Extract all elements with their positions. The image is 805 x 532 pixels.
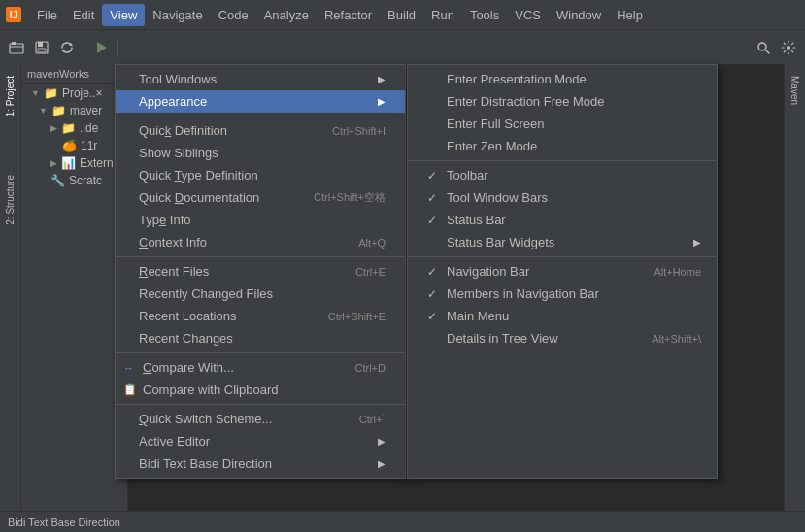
view-item-appearance[interactable]: Appearance ▶	[116, 90, 405, 113]
svg-rect-2	[10, 44, 23, 53]
appearance-check-toolbar: ✓	[427, 169, 443, 183]
appearance-item-status-bar[interactable]: ✓ Status Bar	[408, 209, 717, 231]
tree-file-icon-1: 🍊	[62, 139, 77, 152]
appearance-item-presentation[interactable]: Enter Presentation Mode	[408, 68, 717, 90]
appearance-label-status-bar-widgets: Status Bar Widgets	[447, 235, 688, 249]
appearance-item-toolwindow-bars[interactable]: ✓ Tool Window Bars	[408, 186, 717, 209]
menu-help[interactable]: Help	[609, 4, 651, 26]
view-item-active-editor-label: Active Editor	[139, 434, 372, 449]
toolbar-save[interactable]	[31, 37, 52, 58]
main-area: 1: Project 2: Structure mavenWorks ▼ 📁 P…	[0, 64, 805, 532]
view-item-recent-changes[interactable]: Recent Changes	[116, 327, 405, 349]
appearance-label-toolbar: Toolbar	[447, 168, 701, 183]
menu-file[interactable]: File	[29, 4, 65, 26]
tree-item-ide[interactable]: ▶ 📁 .ide	[21, 119, 127, 137]
view-item-recent-files-shortcut: Ctrl+E	[355, 266, 386, 278]
menu-tools[interactable]: Tools	[462, 4, 507, 26]
view-item-recently-changed-label: Recently Changed Files	[139, 286, 386, 301]
view-item-quick-doc[interactable]: Quick Documentation Ctrl+Shift+空格	[116, 186, 405, 209]
view-item-type-info[interactable]: Type Info	[116, 209, 405, 231]
appearance-item-distraction[interactable]: Enter Distraction Free Mode	[408, 90, 717, 113]
appearance-label-status-bar: Status Bar	[447, 213, 701, 227]
tree-item-project[interactable]: ▼ 📁 Proje..×	[21, 84, 127, 102]
view-item-quick-def-label: Quick Definition	[139, 123, 313, 138]
toolbar-sync[interactable]	[56, 37, 78, 58]
appearance-item-toolbar[interactable]: ✓ Toolbar	[408, 164, 717, 186]
appearance-item-status-bar-widgets[interactable]: Status Bar Widgets ▶	[408, 231, 717, 253]
toolbar-separator-2	[117, 39, 118, 56]
svg-rect-3	[12, 42, 16, 45]
view-item-tool-windows-label: Tool Windows	[139, 72, 372, 86]
toolbar-search[interactable]	[753, 37, 774, 58]
view-item-tool-windows[interactable]: Tool Windows ▶	[116, 68, 405, 90]
view-item-active-editor[interactable]: Active Editor ▶	[116, 430, 405, 452]
svg-point-12	[787, 46, 790, 50]
view-item-compare-clipboard-label: Compare with Clipboard	[143, 382, 386, 397]
view-item-quick-def[interactable]: Quick Definition Ctrl+Shift+I	[116, 119, 405, 142]
sidebar-tab-project[interactable]: 1: Project	[3, 68, 17, 124]
view-item-bidi-text-label: Bidi Text Base Direction	[139, 456, 372, 471]
appearance-item-main-menu[interactable]: ✓ Main Menu	[408, 305, 717, 327]
appearance-label-nav-bar: Navigation Bar	[447, 264, 634, 279]
tree-folder-icon-1: 📁	[44, 86, 58, 100]
view-sep-2	[116, 256, 405, 257]
tree-item-maven[interactable]: ▼ 📁 maver	[21, 102, 127, 119]
tree-arrow-3: ▶	[50, 123, 57, 133]
svg-text:IJ: IJ	[10, 10, 17, 20]
menu-vcs[interactable]: VCS	[507, 4, 549, 26]
view-item-recent-files[interactable]: Recent Files Ctrl+E	[116, 260, 405, 283]
view-item-context-info[interactable]: Context Info Alt+Q	[116, 231, 405, 253]
view-item-bidi-text[interactable]: Bidi Text Base Direction ▶	[116, 452, 405, 475]
view-item-bidi-text-arrow: ▶	[378, 458, 386, 469]
appearance-label-distraction: Enter Distraction Free Mode	[447, 94, 701, 109]
view-item-compare-with[interactable]: ↔ Compare With... Ctrl+D	[116, 356, 405, 379]
appearance-label-presentation: Enter Presentation Mode	[447, 72, 701, 86]
appearance-item-fullscreen[interactable]: Enter Full Screen	[408, 113, 717, 135]
menu-refactor[interactable]: Refactor	[317, 4, 380, 26]
view-item-recent-locations[interactable]: Recent Locations Ctrl+Shift+E	[116, 305, 405, 327]
view-item-quick-type[interactable]: Quick Type Definition	[116, 164, 405, 186]
menu-window[interactable]: Window	[549, 4, 609, 26]
tree-item-extern[interactable]: ▶ 📊 Extern	[21, 154, 127, 172]
appearance-item-zen[interactable]: Enter Zen Mode	[408, 135, 717, 157]
toolbar-open[interactable]	[6, 37, 27, 58]
svg-line-11	[766, 50, 769, 53]
view-item-quick-switch[interactable]: Quick Switch Scheme... Ctrl+`	[116, 408, 405, 430]
appearance-item-nav-bar[interactable]: ✓ Navigation Bar Alt+Home	[408, 260, 717, 283]
tree-arrow-1: ▼	[31, 88, 40, 98]
tree-arrow-2: ▼	[39, 106, 48, 116]
right-tab-maven[interactable]: Maven	[788, 68, 802, 113]
view-item-quick-type-label: Quick Type Definition	[139, 168, 386, 183]
appearance-item-members-nav[interactable]: ✓ Members in Navigation Bar	[408, 283, 717, 305]
sidebar-tab-structure[interactable]: 2: Structure	[3, 167, 17, 233]
menu-analyze[interactable]: Analyze	[256, 4, 317, 26]
appearance-label-main-menu: Main Menu	[447, 309, 701, 323]
tree-item-file1[interactable]: 🍊 11r	[21, 137, 127, 154]
appearance-sep-2	[408, 256, 717, 257]
menu-edit[interactable]: Edit	[65, 4, 102, 26]
view-item-quick-doc-label: Quick Documentation	[139, 190, 294, 205]
tree-arrow-4: ▶	[50, 158, 57, 168]
menu-run[interactable]: Run	[423, 4, 462, 26]
menu-build[interactable]: Build	[380, 4, 423, 26]
view-item-show-siblings[interactable]: Show Siblings	[116, 142, 405, 164]
view-item-recently-changed[interactable]: Recently Changed Files	[116, 283, 405, 305]
svg-rect-6	[38, 49, 46, 52]
appearance-label-zen: Enter Zen Mode	[447, 139, 701, 153]
view-item-compare-clipboard[interactable]: 📋 Compare with Clipboard	[116, 379, 405, 401]
toolbar-settings[interactable]	[778, 37, 799, 58]
menu-navigate[interactable]: Navigate	[145, 4, 210, 26]
tree-label-scratch: Scratc	[69, 174, 102, 187]
view-item-recent-locations-shortcut: Ctrl+Shift+E	[328, 311, 386, 322]
menu-view[interactable]: View	[102, 4, 145, 26]
toolbar-separator-1	[84, 39, 84, 56]
toolbar-run[interactable]	[90, 37, 112, 58]
appearance-check-members-nav: ✓	[427, 287, 443, 301]
tree-folder-icon-2: 📁	[51, 104, 66, 117]
appearance-item-details-tree[interactable]: Details in Tree View Alt+Shift+\	[408, 327, 717, 349]
menu-code[interactable]: Code	[211, 4, 256, 26]
view-item-active-editor-arrow: ▶	[378, 436, 386, 447]
tree-item-scratch[interactable]: 🔧 Scratc	[21, 172, 127, 189]
view-item-type-info-label: Type Info	[139, 213, 386, 227]
view-item-tool-windows-arrow: ▶	[378, 74, 386, 84]
